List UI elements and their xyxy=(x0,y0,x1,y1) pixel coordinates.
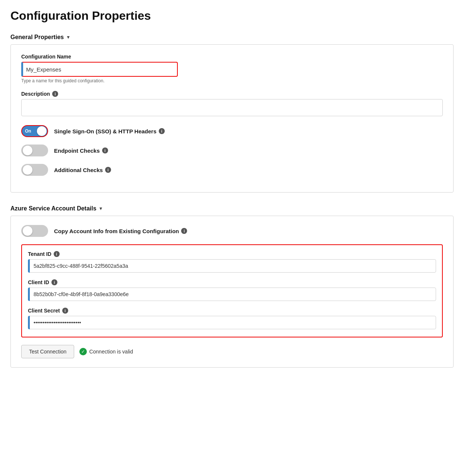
tenant-id-info-icon[interactable]: i xyxy=(54,251,60,257)
copy-account-toggle[interactable] xyxy=(21,225,48,237)
config-name-hint: Type a name for this guided configuratio… xyxy=(21,78,443,83)
tenant-id-group: Tenant ID i xyxy=(28,251,436,273)
config-name-input[interactable] xyxy=(21,62,178,77)
azure-details-label: Azure Service Account Details xyxy=(10,205,97,212)
connection-status: ✓ Connection is valid xyxy=(79,348,133,355)
description-group: Description i xyxy=(21,91,443,118)
client-id-label: Client ID i xyxy=(28,279,436,285)
tenant-id-input[interactable] xyxy=(28,259,436,273)
copy-account-label: Copy Account Info from Existing Configur… xyxy=(54,228,187,234)
chevron-down-icon-2: ▼ xyxy=(99,206,103,211)
test-connection-button[interactable]: Test Connection xyxy=(21,345,74,358)
tenant-id-input-wrapper xyxy=(28,259,436,273)
connection-valid-icon: ✓ xyxy=(79,348,87,355)
client-secret-bar xyxy=(28,316,30,329)
azure-details-header[interactable]: Azure Service Account Details ▼ xyxy=(10,201,454,216)
client-id-input[interactable] xyxy=(28,288,436,301)
azure-details-section: Azure Service Account Details ▼ Copy Acc… xyxy=(10,201,454,368)
endpoint-checks-toggle[interactable] xyxy=(21,145,48,156)
sso-toggle[interactable]: On xyxy=(21,125,48,137)
description-label: Description i xyxy=(21,91,443,97)
config-name-input-wrapper xyxy=(21,62,178,77)
copy-account-info-icon[interactable]: i xyxy=(181,228,187,234)
client-id-group: Client ID i xyxy=(28,279,436,301)
additional-checks-toggle[interactable] xyxy=(21,164,48,176)
azure-details-panel: Copy Account Info from Existing Configur… xyxy=(10,216,454,368)
tenant-id-bar xyxy=(28,259,30,273)
general-properties-header[interactable]: General Properties ▼ xyxy=(10,30,454,44)
client-secret-info-icon[interactable]: i xyxy=(62,308,68,314)
general-properties-section: General Properties ▼ Configuration Name … xyxy=(10,30,454,193)
azure-credentials-box: Tenant ID i Client ID i xyxy=(21,244,443,337)
additional-checks-label: Additional Checks i xyxy=(54,167,111,173)
additional-checks-toggle-row: Additional Checks i xyxy=(21,164,443,176)
sso-toggle-knob xyxy=(37,126,47,136)
general-properties-label: General Properties xyxy=(10,34,64,41)
endpoint-checks-label: Endpoint Checks i xyxy=(54,147,108,154)
sso-info-icon[interactable]: i xyxy=(159,128,165,134)
description-info-icon[interactable]: i xyxy=(52,91,58,97)
client-id-bar xyxy=(28,288,30,301)
test-connection-row: Test Connection ✓ Connection is valid xyxy=(21,345,443,358)
copy-account-toggle-knob xyxy=(23,226,32,236)
copy-account-toggle-row: Copy Account Info from Existing Configur… xyxy=(21,225,443,237)
description-input[interactable] xyxy=(21,99,443,116)
chevron-down-icon: ▼ xyxy=(66,35,70,40)
client-id-info-icon[interactable]: i xyxy=(51,279,57,285)
additional-checks-info-icon[interactable]: i xyxy=(105,167,111,173)
sso-toggle-text: On xyxy=(25,128,31,134)
additional-checks-toggle-knob xyxy=(23,165,32,175)
client-secret-input-wrapper xyxy=(28,316,436,329)
connection-status-text: Connection is valid xyxy=(89,349,133,355)
client-secret-label: Client Secret i xyxy=(28,308,436,314)
tenant-id-label: Tenant ID i xyxy=(28,251,436,257)
config-name-label: Configuration Name xyxy=(21,54,443,60)
sso-toggle-row: On Single Sign-On (SSO) & HTTP Headers i xyxy=(21,125,443,137)
config-name-group: Configuration Name Type a name for this … xyxy=(21,54,443,83)
endpoint-checks-toggle-row: Endpoint Checks i xyxy=(21,145,443,156)
client-secret-group: Client Secret i xyxy=(28,308,436,329)
client-secret-input[interactable] xyxy=(28,316,436,329)
general-properties-panel: Configuration Name Type a name for this … xyxy=(10,44,454,193)
endpoint-checks-info-icon[interactable]: i xyxy=(102,147,108,153)
sso-toggle-label: Single Sign-On (SSO) & HTTP Headers i xyxy=(54,128,165,134)
client-id-input-wrapper xyxy=(28,288,436,301)
page-title: Configuration Properties xyxy=(10,9,454,23)
endpoint-checks-toggle-knob xyxy=(23,146,32,155)
